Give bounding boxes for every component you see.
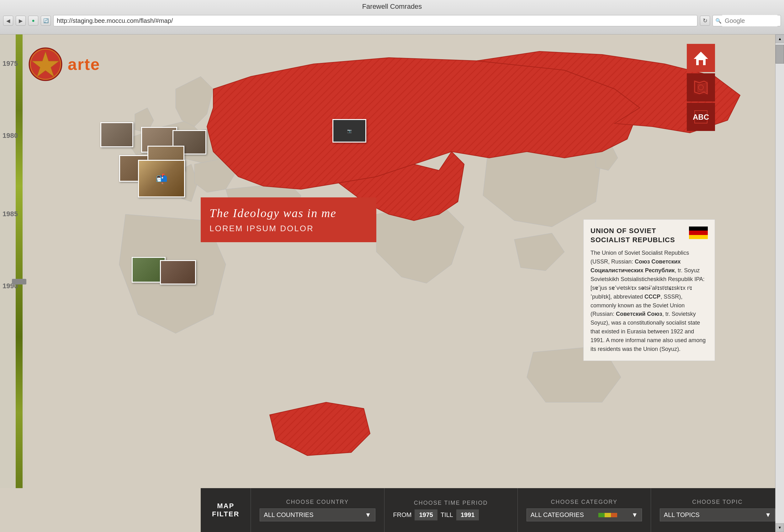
abc-button[interactable]: ABC [687, 103, 715, 131]
nav-bar: ◀ ▶ ● 🔄 ↻ 🔍 [0, 12, 784, 29]
popup-card[interactable]: The Ideology was in me LOREM IPSUM DOLOR [201, 197, 376, 242]
category-value: ALL CATEGORIES [531, 511, 584, 519]
svg-text:ABC: ABC [693, 113, 709, 121]
category-filter-label: CHOOSE CATEGORY [527, 499, 642, 505]
photo-9[interactable]: 📷 [332, 119, 366, 143]
country-value: ALL COUNTRIES [264, 511, 313, 519]
browser-chrome: Farewell Comrades ◀ ▶ ● 🔄 ↻ 🔍 [0, 0, 784, 34]
till-label: TILL [441, 511, 453, 519]
forward-button[interactable]: ▶ [16, 16, 26, 26]
scroll-down[interactable]: ▼ [776, 523, 784, 532]
topic-value: ALL TOPICS [664, 511, 700, 519]
filter-bar: MAP FILTER CHOOSE COUNTRY ALL COUNTRIES … [201, 488, 784, 532]
timeline-bar [16, 34, 23, 488]
topic-filter: CHOOSE TOPIC ALL TOPICS ▼ [651, 488, 784, 532]
back-button[interactable]: ◀ [3, 16, 13, 26]
year-1975: 1975 [2, 60, 18, 68]
time-filter: CHOOSE TIME PERIOD FROM 1975 TILL 1991 [385, 488, 518, 532]
category-dropdown[interactable]: ALL CATEGORIES ▼ [527, 508, 642, 521]
browser-title: Farewell Comrades [0, 0, 784, 12]
topic-filter-label: CHOOSE TOPIC [660, 499, 775, 505]
popup-title: The Ideology was in me [201, 197, 376, 223]
info-body: The Union of Soviet Socialist Republics … [590, 249, 708, 354]
map-filter-button[interactable]: MAP FILTER [201, 488, 251, 532]
svg-rect-16 [689, 231, 708, 235]
home-button[interactable] [687, 44, 715, 72]
category-color-bar [598, 513, 617, 517]
till-value[interactable]: 1991 [456, 509, 479, 521]
svg-text:☭: ☭ [43, 62, 48, 69]
from-label: FROM [393, 511, 412, 519]
topic-dropdown[interactable]: ALL TOPICS ▼ [660, 508, 775, 521]
search-input[interactable] [722, 15, 778, 26]
time-filter-label: CHOOSE TIME PERIOD [393, 500, 509, 506]
svg-rect-15 [689, 227, 708, 231]
scroll-track [776, 43, 784, 523]
search-icon: 🔍 [715, 18, 722, 24]
svg-rect-17 [689, 235, 708, 239]
right-panel: ABC [687, 44, 715, 131]
year-1980: 1980 [2, 131, 18, 140]
reload-button[interactable]: ↻ [700, 16, 710, 26]
scroll-thumb[interactable] [776, 45, 784, 64]
country-filter: CHOOSE COUNTRY ALL COUNTRIES ▼ [251, 488, 384, 532]
photo-1[interactable] [100, 122, 133, 147]
map-button[interactable] [687, 73, 715, 101]
info-panel: UNION OF SOVIETSOCIALIST REPUBLICS The U… [583, 219, 715, 361]
time-range: FROM 1975 TILL 1991 [393, 509, 509, 521]
topic-arrow: ▼ [765, 511, 771, 519]
logo-area: ☭ arte [28, 47, 100, 82]
filter-label: FILTER [212, 510, 239, 518]
svg-rect-7 [699, 60, 703, 65]
country-dropdown[interactable]: ALL COUNTRIES ▼ [260, 508, 375, 521]
year-1985: 1985 [2, 210, 18, 218]
main-content: 1975 1980 1985 1990 ☭ arte [0, 34, 784, 532]
timeline-slider[interactable] [12, 279, 26, 285]
stop-button[interactable]: ● [28, 16, 38, 26]
scroll-up[interactable]: ▲ [776, 34, 784, 43]
scrollbar: ▲ ▼ [775, 34, 784, 532]
photo-featured[interactable]: 📬 [138, 160, 185, 197]
photo-8[interactable] [160, 260, 196, 285]
category-filter: CHOOSE CATEGORY ALL CATEGORIES ▼ [518, 488, 651, 532]
ussr-flag [689, 227, 708, 239]
refresh-button[interactable]: 🔄 [41, 16, 51, 26]
country-filter-label: CHOOSE COUNTRY [260, 499, 375, 505]
star-logo[interactable]: ☭ [28, 47, 63, 82]
map-label: MAP [217, 502, 234, 510]
popup-subtitle: LOREM IPSUM DOLOR [201, 223, 376, 242]
category-arrow: ▼ [632, 511, 638, 519]
country-arrow: ▼ [365, 511, 371, 519]
timeline-container: 1975 1980 1985 1990 [0, 34, 25, 488]
arte-logo[interactable]: arte [68, 55, 100, 73]
from-value[interactable]: 1975 [415, 509, 438, 521]
address-bar[interactable] [53, 15, 697, 26]
